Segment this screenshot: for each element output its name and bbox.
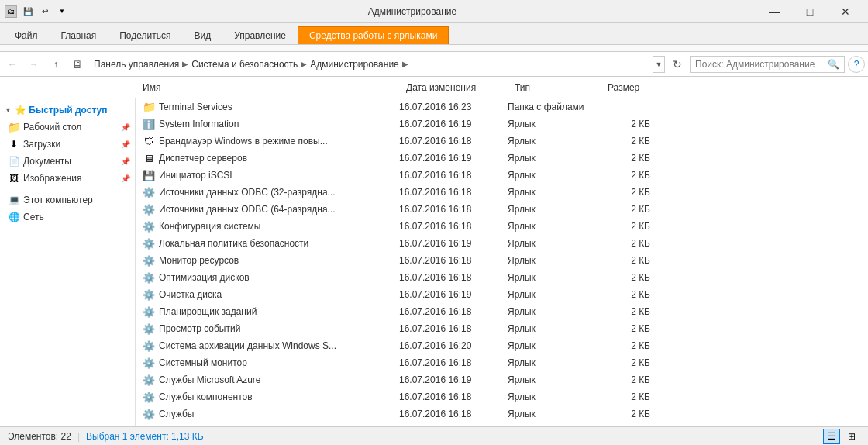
shortcut-icon: ⚙️ xyxy=(143,289,155,301)
file-type: Ярлык xyxy=(508,409,601,419)
file-date: 16.07.2016 16:18 xyxy=(399,204,508,215)
file-icon-cell: ⚙️ xyxy=(142,305,156,319)
file-type: Ярлык xyxy=(508,136,601,147)
sidebar: ▼ ⭐ Быстрый доступ 📁 Рабочий стол 📌 ⬇ За… xyxy=(0,98,136,426)
breadcrumb-sep3: ▶ xyxy=(402,60,408,68)
status-count: Элементов: 22 xyxy=(8,431,71,442)
table-row[interactable]: ⚙️ Система архивации данных Windows S...… xyxy=(136,337,868,354)
table-row[interactable]: 🛡 Брандмауэр Windows в режиме повы... 16… xyxy=(136,133,868,150)
file-date: 16.07.2016 16:23 xyxy=(399,102,508,112)
window-controls: — □ ✕ xyxy=(756,0,863,23)
help-button[interactable]: ? xyxy=(848,56,865,73)
file-type: Ярлык xyxy=(508,255,601,266)
file-type: Папка с файлами xyxy=(508,102,601,112)
file-icon-cell: ⚙️ xyxy=(142,254,156,267)
file-size: 2 КБ xyxy=(601,221,663,232)
title-bar-icons: 🗂 💾 ↩ ▼ xyxy=(5,5,68,18)
sidebar-item-network[interactable]: 🌐 Сеть xyxy=(0,209,135,226)
table-row[interactable]: ⚙️ Источники данных ODBC (64-разрядна...… xyxy=(136,201,868,218)
table-row[interactable]: ⚙️ Службы Microsoft Azure 16.07.2016 16:… xyxy=(136,371,868,388)
file-type: Ярлык xyxy=(508,204,601,215)
col-header-size[interactable]: Размер xyxy=(601,82,663,93)
file-size: 2 КБ xyxy=(601,323,663,334)
pin-icon: 📌 xyxy=(121,140,130,149)
breadcrumb-sep1: ▶ xyxy=(182,60,188,68)
file-name: System Information xyxy=(159,119,399,129)
breadcrumb[interactable]: Панель управления ▶ Система и безопаснос… xyxy=(90,56,649,73)
file-size: 2 КБ xyxy=(601,187,663,198)
back-button[interactable]: ← xyxy=(3,55,22,74)
up-button[interactable]: ↑ xyxy=(46,55,65,74)
dropdown-arrow-icon[interactable]: ▼ xyxy=(56,5,68,18)
shortcut-icon: ⚙️ xyxy=(143,238,155,250)
tab-share[interactable]: Поделиться xyxy=(108,26,182,44)
view-details-button[interactable]: ☰ xyxy=(823,429,840,444)
sidebar-item-label: Сеть xyxy=(23,212,44,222)
file-size: 2 КБ xyxy=(601,409,663,419)
table-row[interactable]: ⚙️ Очистка диска 16.07.2016 16:19 Ярлык … xyxy=(136,286,868,303)
table-row[interactable]: ⚙️ Оптимизация дисков 16.07.2016 16:18 Я… xyxy=(136,269,868,286)
quick-save-icon[interactable]: 💾 xyxy=(22,5,34,18)
col-header-name[interactable]: Имя xyxy=(136,82,400,93)
table-row[interactable]: ℹ️ System Information 16.07.2016 16:19 Я… xyxy=(136,116,868,133)
file-name: Системный монитор xyxy=(159,357,399,368)
tab-file[interactable]: Файл xyxy=(3,26,50,44)
forward-button[interactable]: → xyxy=(25,55,43,74)
sidebar-item-images[interactable]: 🖼 Изображения 📌 xyxy=(0,170,135,187)
view-icons-button[interactable]: ⊞ xyxy=(843,429,860,444)
shortcut-icon: ⚙️ xyxy=(143,374,155,386)
file-name: Terminal Services xyxy=(159,102,399,112)
table-row[interactable]: 🖥 Диспетчер серверов 16.07.2016 16:19 Яр… xyxy=(136,150,868,167)
maximize-button[interactable]: □ xyxy=(792,0,828,23)
network-icon: 🌐 xyxy=(8,211,20,223)
close-button[interactable]: ✕ xyxy=(828,0,863,23)
chevron-icon: ▼ xyxy=(5,106,12,114)
file-icon-cell: ⚙️ xyxy=(142,185,156,199)
sidebar-item-computer[interactable]: 💻 Этот компьютер xyxy=(0,191,135,209)
file-date: 16.07.2016 16:18 xyxy=(399,306,508,317)
shortcut-icon: ⚙️ xyxy=(143,272,155,284)
file-size: 2 КБ xyxy=(601,340,663,351)
tab-view[interactable]: Вид xyxy=(182,26,222,44)
address-dropdown-button[interactable]: ▼ xyxy=(653,56,665,73)
table-row[interactable]: ⚙️ Службы компонентов 16.07.2016 16:18 Я… xyxy=(136,388,868,405)
search-input[interactable] xyxy=(695,59,828,70)
shortcut-icon: ⚙️ xyxy=(143,204,155,216)
documents-icon: 📄 xyxy=(8,155,20,167)
table-row[interactable]: ⚙️ Системный монитор 16.07.2016 16:18 Яр… xyxy=(136,354,868,371)
tab-manage[interactable]: Управление xyxy=(222,26,298,44)
table-row[interactable]: ⚙️ Источники данных ODBC (32-разрядна...… xyxy=(136,184,868,201)
table-row[interactable]: 📁 Terminal Services 16.07.2016 16:23 Пап… xyxy=(136,98,868,116)
sidebar-item-desktop[interactable]: 📁 Рабочий стол 📌 xyxy=(0,119,135,136)
col-header-date[interactable]: Дата изменения xyxy=(400,82,508,93)
tab-tools[interactable]: Средства работы с ярлыками xyxy=(298,26,449,44)
sidebar-item-documents[interactable]: 📄 Документы 📌 xyxy=(0,153,135,170)
table-row[interactable]: ⚙️ Планировщик заданий 16.07.2016 16:18 … xyxy=(136,303,868,320)
breadcrumb-sep2: ▶ xyxy=(301,60,307,68)
refresh-button[interactable]: ↻ xyxy=(668,55,687,74)
ribbon-content xyxy=(0,45,868,52)
file-icon-cell: ⚙️ xyxy=(142,236,156,250)
table-row[interactable]: ⚙️ Конфигурация системы 16.07.2016 16:18… xyxy=(136,218,868,235)
file-size: 2 КБ xyxy=(601,374,663,385)
file-name: Просмотр событий xyxy=(159,323,399,334)
undo-icon[interactable]: ↩ xyxy=(39,5,51,18)
file-icon-cell: ⚙️ xyxy=(142,390,156,404)
sidebar-item-label: Рабочий стол xyxy=(23,122,81,133)
file-date: 16.07.2016 16:19 xyxy=(399,374,508,385)
sidebar-item-downloads[interactable]: ⬇ Загрузки 📌 xyxy=(0,136,135,153)
table-row[interactable]: 💾 Инициатор iSCSI 16.07.2016 16:18 Ярлык… xyxy=(136,167,868,184)
file-size: 2 КБ xyxy=(601,170,663,181)
file-type: Ярлык xyxy=(508,374,601,385)
table-row[interactable]: ⚙️ Локальная политика безопасности 16.07… xyxy=(136,235,868,252)
file-type: Ярлык xyxy=(508,170,601,181)
tab-home[interactable]: Главная xyxy=(50,26,108,44)
quick-access-header[interactable]: ▼ ⭐ Быстрый доступ xyxy=(0,102,135,119)
table-row[interactable]: ⚙️ Службы 16.07.2016 16:18 Ярлык 2 КБ xyxy=(136,405,868,423)
table-row[interactable]: ⚙️ Монитор ресурсов 16.07.2016 16:18 Ярл… xyxy=(136,252,868,269)
sidebar-item-label: Изображения xyxy=(23,173,81,184)
table-row[interactable]: ⚙️ Просмотр событий 16.07.2016 16:18 Ярл… xyxy=(136,320,868,337)
file-name: Система архивации данных Windows S... xyxy=(159,340,399,351)
col-header-type[interactable]: Тип xyxy=(508,82,601,93)
minimize-button[interactable]: — xyxy=(756,0,792,23)
